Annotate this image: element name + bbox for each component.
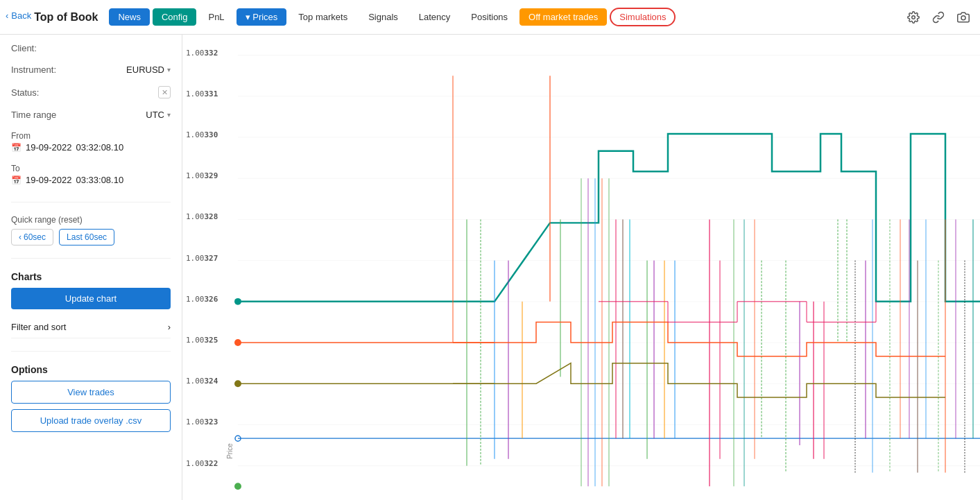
olive-step-line [453, 363, 945, 397]
link-icon-button[interactable] [927, 6, 949, 28]
orange-step-line [453, 322, 945, 356]
from-time: 03:32:08.10 [76, 142, 124, 153]
view-trades-button[interactable]: View trades [11, 381, 171, 404]
y-label-331: 1.00331 [186, 89, 218, 98]
tab-config[interactable]: Config [153, 8, 197, 26]
to-section: To 📅 19-09-2022 03:33:08.10 [11, 164, 171, 185]
from-section: From 📅 19-09-2022 03:32:08.10 [11, 131, 171, 153]
charts-title: Charts [11, 271, 171, 282]
tab-simulations[interactable]: Simulations [610, 8, 676, 26]
olive-dot [234, 380, 241, 387]
divider-3 [11, 351, 171, 352]
back-chevron-icon: ‹ [6, 10, 8, 21]
divider-1 [11, 202, 171, 202]
to-label: To [11, 164, 171, 173]
y-label-327: 1.00327 [186, 254, 218, 263]
tab-off-market-trades[interactable]: Off market trades [519, 8, 607, 26]
time-range-dropdown-arrow: ▾ [167, 111, 171, 119]
to-datetime[interactable]: 📅 19-09-2022 03:33:08.10 [11, 175, 171, 185]
y-label-324: 1.00324 [186, 377, 218, 386]
y-label-322: 1.00322 [186, 459, 218, 468]
camera-icon-button[interactable] [952, 6, 974, 28]
time-range-value[interactable]: UTC ▾ [146, 110, 171, 120]
filter-sort-row[interactable]: Filter and sort › [11, 316, 171, 338]
upload-overlay-button[interactable]: Upload trade overlay .csv [11, 409, 171, 432]
to-time: 03:33:08.10 [76, 175, 124, 185]
options-section: Options View trades Upload trade overlay… [11, 364, 171, 438]
y-label-329: 1.00329 [186, 171, 218, 180]
tab-news[interactable]: News [109, 8, 150, 26]
teal-start-dot [234, 298, 241, 305]
tab-top-markets[interactable]: Top markets [289, 8, 356, 26]
update-chart-button[interactable]: Update chart [11, 288, 171, 309]
main-layout: Client: Instrument: EURUSD ▾ Status: ✕ T… [0, 35, 980, 500]
to-date: 19-09-2022 [26, 175, 72, 185]
tab-prices[interactable]: ▾ Prices [237, 8, 287, 26]
svg-point-1 [961, 15, 965, 19]
from-calendar-icon: 📅 [11, 143, 22, 153]
divider-2 [11, 258, 171, 259]
settings-icon-button[interactable] [902, 6, 925, 28]
status-label: Status: [11, 87, 39, 98]
tab-latency[interactable]: Latency [410, 8, 460, 26]
time-range-row: Time range UTC ▾ [11, 110, 171, 120]
pink-step-line [599, 302, 876, 322]
tab-pnl[interactable]: PnL [199, 8, 233, 26]
y-label-332: 1.00332 [186, 49, 218, 58]
btn-60sec[interactable]: ‹ 60sec [11, 229, 53, 245]
instrument-label: Instrument: [11, 64, 56, 75]
status-row: Status: ✕ [11, 86, 171, 98]
y-label-325: 1.00325 [186, 336, 218, 345]
options-title: Options [11, 364, 171, 375]
time-range-label: Time range [11, 110, 56, 120]
quick-range-label: Quick range (reset) [11, 215, 171, 225]
status-clear-button[interactable]: ✕ [158, 86, 171, 98]
instrument-dropdown-arrow: ▾ [167, 66, 171, 74]
back-button[interactable]: ‹ Back [6, 10, 31, 21]
from-datetime[interactable]: 📅 19-09-2022 03:32:08.10 [11, 142, 171, 153]
green-bottom-dot [234, 483, 241, 490]
top-navigation: ‹ Back Top of Book News Config PnL ▾ Pri… [0, 0, 980, 35]
tab-signals[interactable]: Signals [359, 8, 407, 26]
svg-point-0 [912, 15, 915, 19]
tab-positions[interactable]: Positions [462, 8, 517, 26]
price-axis-label: Price [226, 443, 234, 459]
btn-last-60sec[interactable]: Last 60sec [59, 229, 114, 245]
client-row: Client: [11, 43, 171, 53]
from-label: From [11, 131, 171, 141]
from-date: 19-09-2022 [26, 142, 72, 153]
page-title: Top of Book [34, 11, 98, 24]
sidebar: Client: Instrument: EURUSD ▾ Status: ✕ T… [0, 35, 182, 500]
y-label-326: 1.00326 [186, 295, 218, 304]
chart-svg: 1.00332 1.00331 1.00330 1.00329 1.00328 … [182, 35, 980, 500]
quick-range-buttons: ‹ 60sec Last 60sec [11, 229, 171, 245]
charts-section: Charts Update chart [11, 271, 171, 309]
y-label-330: 1.00330 [186, 130, 218, 139]
client-label: Client: [11, 43, 37, 53]
to-calendar-icon: 📅 [11, 175, 22, 185]
back-label: Back [11, 10, 31, 21]
y-label-323: 1.00323 [186, 418, 218, 427]
filter-sort-arrow-icon: › [168, 322, 171, 332]
instrument-value[interactable]: EURUSD ▾ [126, 64, 171, 75]
filter-sort-label: Filter and sort [11, 322, 66, 332]
chart-area: 1.00332 1.00331 1.00330 1.00329 1.00328 … [182, 35, 980, 500]
orange-dot [234, 339, 241, 346]
instrument-row: Instrument: EURUSD ▾ [11, 64, 171, 75]
y-label-328: 1.00328 [186, 212, 218, 221]
quick-range-section: Quick range (reset) ‹ 60sec Last 60sec [11, 215, 171, 245]
chevron-left-icon: ‹ [19, 232, 22, 242]
